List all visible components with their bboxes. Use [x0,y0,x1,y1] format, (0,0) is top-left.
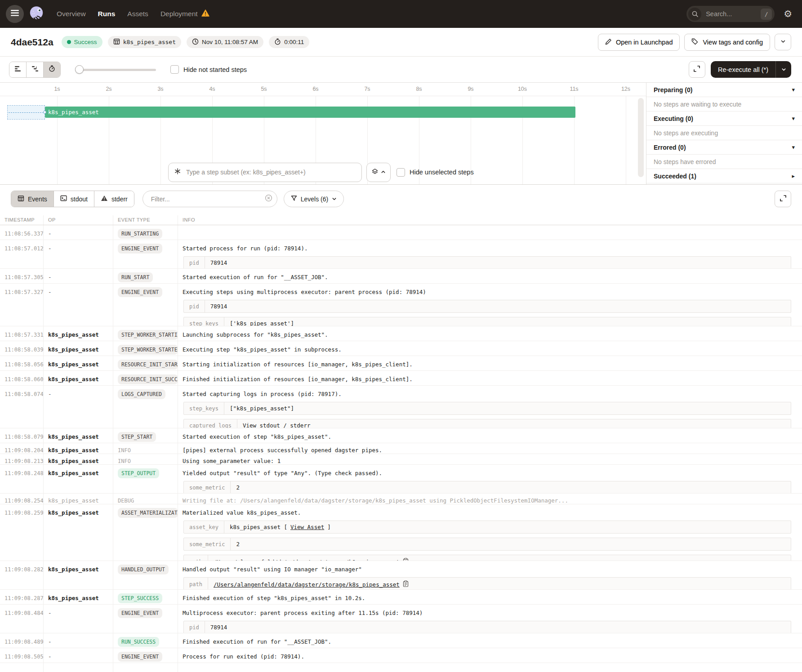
log-row[interactable]: 11:08:57.327-ENGINE_EVENTExecuting steps… [0,284,802,326]
event-op: k8s_pipes_asset [48,470,99,476]
event-info: [pipes] external process successfully op… [183,447,382,454]
panel-section-header[interactable]: Executing (0)▾ [646,111,802,126]
panel-section-header[interactable]: Errored (0)▾ [646,140,802,155]
log-row[interactable]: 11:09:08.254k8s_pipes_assetDEBUGWriting … [0,494,802,504]
log-row[interactable]: 11:08:57.305-RUN_STARTStarted execution … [0,269,802,284]
event-type-badge: STEP_OUTPUT [118,468,159,478]
gantt-timed-view-button[interactable] [44,62,60,77]
step-subset-input[interactable] [185,168,356,176]
log-row[interactable]: 11:08:58.039k8s_pipes_assetSTEP_WORKER_S… [0,341,802,356]
search-input[interactable] [705,10,761,18]
log-row[interactable]: 11:09:08.505-ENGINE_EVENTProcess for run… [0,648,802,663]
event-op: k8s_pipes_asset [48,458,99,464]
job-name-tag[interactable]: k8s_pipes_asset [108,36,181,48]
settings-gear-icon[interactable]: ⚙ [784,9,792,19]
gantt-flat-view-button[interactable] [9,62,27,77]
warning-icon [101,195,108,203]
hide-not-started-checkbox[interactable] [170,65,179,74]
copy-icon[interactable] [403,558,409,561]
meta-link[interactable]: View Asset [290,524,324,530]
log-filter-input[interactable] [150,195,265,203]
event-op: k8s_pipes_asset [48,376,99,383]
header-buttons: Open in Launchpad View tags and config [598,34,791,51]
log-row[interactable]: 11:09:08.489-RUN_SUCCESSFinished executi… [0,633,802,648]
metadata-value: k8s_pipes_asset [View Asset] [224,521,336,533]
event-timestamp: 11:08:58.074 [4,391,44,397]
reexecute-all-button[interactable]: Re-execute all (*) [711,61,791,78]
log-row[interactable]: 11:08:56.337-RUN_STARTING [0,225,802,240]
clear-filter-icon[interactable] [265,194,272,204]
log-row[interactable]: 11:09:08.248k8s_pipes_assetSTEP_OUTPUTYi… [0,465,802,494]
metadata-label: path [184,555,208,561]
event-type-badge: STEP_WORKER_STARTI… [118,330,178,340]
event-timestamp: 11:09:08.204 [4,447,44,454]
open-in-launchpad-button[interactable]: Open in Launchpad [598,34,680,51]
gantt-chart: 1s2s3s4s5s6s7s8s9s10s11s12s k8s_pipes_as… [0,83,646,184]
step-query-options-button[interactable] [366,163,391,182]
chevron-down-icon[interactable]: ▾ [792,115,795,122]
metadata-label: step_keys [184,402,224,414]
log-row[interactable]: 11:08:58.056k8s_pipes_assetRESOURCE_INIT… [0,356,802,371]
panel-section-desc: No steps are waiting to execute [646,97,802,111]
chevron-down-icon[interactable]: ▾ [792,144,795,151]
gantt-zoom-slider[interactable] [75,65,156,75]
deployment-warning-icon [201,9,209,18]
log-row[interactable]: 11:09:08.287k8s_pipes_assetSTEP_SUCCESSF… [0,590,802,605]
events-fullscreen-button[interactable] [775,191,791,207]
gantt-step-bar[interactable]: k8s_pipes_asset [45,107,575,118]
run-header: 4dae512a Success k8s_pipes_asset Nov 10,… [0,28,802,57]
log-filter-field [143,191,277,207]
tab-stderr[interactable]: stderr [94,191,134,207]
chevron-up-icon [381,169,386,176]
log-row[interactable]: 11:08:58.079k8s_pipes_assetSTEP_STARTSta… [0,428,802,443]
tab-events[interactable]: Events [11,191,54,207]
log-row[interactable]: 11:08:57.012-ENGINE_EVENTStarted process… [0,240,802,269]
chevron-right-icon[interactable]: ▸ [792,173,795,179]
global-search[interactable]: / [686,6,775,22]
event-op: - [48,638,52,645]
log-row[interactable]: 11:09:08.282k8s_pipes_assetHANDLED_OUTPU… [0,561,802,590]
menu-button[interactable] [6,5,24,23]
event-op: k8s_pipes_asset [48,361,99,368]
gantt-waiting-segment [7,105,45,120]
run-actions-dropdown-button[interactable] [775,34,791,50]
event-info: Multiprocess executor: parent process ex… [183,610,423,616]
tab-stdout[interactable]: stdout [54,191,94,207]
nav-link-runs[interactable]: Runs [98,10,116,18]
event-timestamp: 11:09:08.287 [4,595,44,601]
gantt-fullscreen-button[interactable] [689,61,705,78]
event-timestamp: 11:09:08.282 [4,566,44,573]
nav-link-overview[interactable]: Overview [57,10,86,18]
event-timestamp: 11:08:58.056 [4,361,44,368]
event-log-rows: 11:08:56.337-RUN_STARTING11:08:57.012-EN… [0,225,802,672]
nav-link-deployment[interactable]: Deployment [160,9,209,18]
log-row[interactable]: 11:09:08.484-ENGINE_EVENTMultiprocess ex… [0,605,802,633]
slider-knob[interactable] [75,65,84,74]
log-row[interactable]: 11:09:08.204k8s_pipes_assetINFO[pipes] e… [0,443,802,454]
reexecute-dropdown-button[interactable] [776,61,791,78]
panel-section-header[interactable]: Preparing (0)▾ [646,83,802,97]
nav-link-assets[interactable]: Assets [127,10,148,18]
event-type-badge: ENGINE_EVENT [118,608,162,618]
meta-link[interactable]: /Users/alangenfeld/data/dagster/storage/… [214,581,400,588]
metadata-label: asset_key [184,521,224,533]
event-op: k8s_pipes_asset [48,346,99,353]
log-row[interactable]: 11:08:58.060k8s_pipes_assetRESOURCE_INIT… [0,371,802,386]
view-tags-config-button[interactable]: View tags and config [684,34,770,51]
gantt-waterfall-view-button[interactable] [27,62,44,77]
event-op: - [48,391,52,397]
panel-section-header[interactable]: Succeeded (1)▸ [646,169,802,183]
chevron-down-icon[interactable]: ▾ [792,86,795,93]
tick-label: 9s [462,86,480,92]
copy-icon[interactable] [403,580,409,588]
levels-filter-button[interactable]: Levels (6) [284,191,344,207]
meta-link[interactable]: /Users/alangenfeld/data/dagster/storage/… [214,559,400,561]
log-row[interactable]: 11:09:08.213k8s_pipes_assetINFOUsing som… [0,454,802,465]
log-row[interactable]: 11:09:08.259k8s_pipes_assetASSET_MATERIA… [0,504,802,561]
log-row[interactable]: 11:08:58.074-LOGS_CAPTUREDStarted captur… [0,386,802,428]
metadata-entry: asset_keyk8s_pipes_asset [View Asset] [183,521,791,534]
dagster-logo-icon[interactable] [27,4,46,23]
event-op: k8s_pipes_asset [48,595,99,601]
log-row[interactable]: 11:08:57.331k8s_pipes_assetSTEP_WORKER_S… [0,326,802,341]
hide-unselected-checkbox[interactable] [397,168,405,177]
